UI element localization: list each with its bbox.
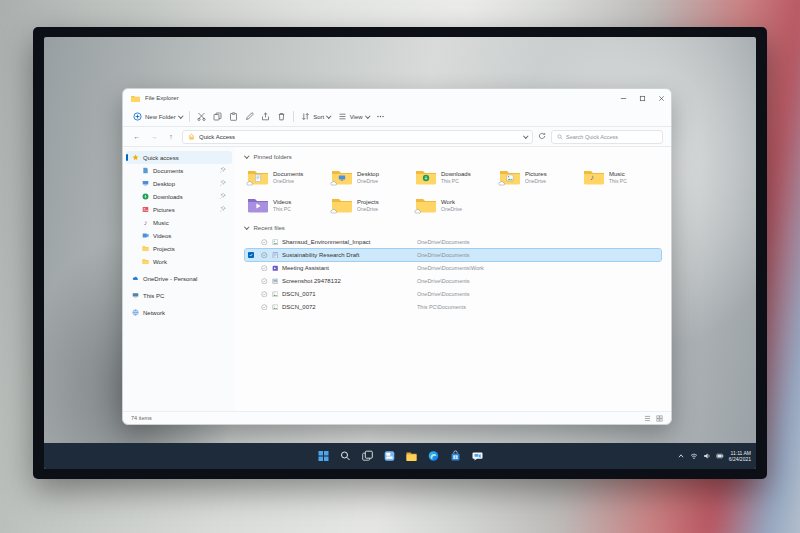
widgets-button[interactable] <box>383 450 396 463</box>
maximize-button[interactable] <box>633 89 652 107</box>
folder-tile-videos[interactable]: VideosThis PC <box>245 193 325 217</box>
document-icon <box>142 167 149 174</box>
recent-files-header[interactable]: Recent files <box>245 225 661 231</box>
search-input[interactable] <box>566 134 657 140</box>
folder-tile-pictures[interactable]: PicturesOneDrive <box>497 165 577 189</box>
taskbar-clock[interactable]: 11:11 AM 6/24/2021 <box>729 450 751 463</box>
pinned-folders-header[interactable]: Pinned folders <box>245 154 661 160</box>
file-row[interactable]: Screenshot 29478132 OneDrive\Documents <box>245 275 661 287</box>
volume-icon[interactable] <box>703 452 711 460</box>
folder-tile-documents[interactable]: DocumentsOneDrive <box>245 165 325 189</box>
home-icon <box>188 133 195 140</box>
section-label: Recent files <box>254 225 285 231</box>
file-row[interactable]: Shamsud_Environmental_Impact OneDrive\Do… <box>245 236 661 248</box>
sidebar-item-label: Downloads <box>153 194 183 200</box>
minimize-button[interactable] <box>614 89 633 107</box>
folder-tile-work[interactable]: WorkOneDrive <box>413 193 493 217</box>
sidebar-item-music[interactable]: ♪ Music <box>126 216 232 229</box>
sidebar-item-work[interactable]: Work <box>126 255 232 268</box>
sync-status-icon <box>261 265 268 272</box>
sidebar-item-videos[interactable]: Videos <box>126 229 232 242</box>
desktop-icon <box>142 180 149 187</box>
sort-icon <box>301 112 310 121</box>
folder-location: OneDrive <box>357 178 379 184</box>
folder-tile-desktop[interactable]: DesktopOneDrive <box>329 165 409 189</box>
paste-button[interactable] <box>229 112 238 121</box>
wifi-icon[interactable] <box>690 452 698 460</box>
folder-tile-projects[interactable]: ProjectsOneDrive <box>329 193 409 217</box>
breadcrumb-label: Quick Access <box>199 134 235 140</box>
folder-location: This PC <box>273 206 291 212</box>
view-label: View <box>350 114 363 120</box>
chevron-down-icon <box>244 154 249 159</box>
view-button[interactable]: View <box>338 112 369 121</box>
back-button[interactable]: ← <box>131 133 143 140</box>
new-folder-button[interactable]: New Folder <box>133 112 182 121</box>
folder-location: OneDrive <box>357 206 379 212</box>
search-button[interactable] <box>339 450 352 463</box>
folder-name: Videos <box>273 199 291 206</box>
file-row[interactable]: Meeting Assistant OneDrive\Documents\Wor… <box>245 262 661 274</box>
file-row[interactable]: DSCN_0071 OneDrive\Documents <box>245 288 661 300</box>
folder-tile-downloads[interactable]: DownloadsThis PC <box>413 165 493 189</box>
sidebar-item-label: Projects <box>153 246 175 252</box>
rename-button[interactable] <box>245 112 254 121</box>
music-overlay-icon: ♪ <box>590 174 598 182</box>
checkbox-checked-icon[interactable] <box>248 252 254 258</box>
folder-location: OneDrive <box>441 206 462 212</box>
search-icon <box>557 134 563 140</box>
folder-tile-music[interactable]: ♪ MusicThis PC <box>581 165 661 189</box>
sort-label: Sort <box>313 114 324 120</box>
refresh-button[interactable] <box>538 132 546 141</box>
up-button[interactable]: ↑ <box>165 133 177 140</box>
forward-button[interactable]: → <box>148 133 160 140</box>
more-options-button[interactable] <box>376 112 385 121</box>
delete-button[interactable] <box>277 112 286 121</box>
file-location: OneDrive\Documents <box>417 291 470 297</box>
sidebar-item-network[interactable]: Network <box>126 306 232 319</box>
sidebar-item-onedrive[interactable]: OneDrive - Personal <box>126 272 232 285</box>
file-name: Screenshot 29478132 <box>282 278 432 284</box>
title-bar[interactable]: File Explorer <box>123 89 671 107</box>
close-button[interactable] <box>652 89 671 107</box>
taskbar-center-icons <box>317 443 484 469</box>
sidebar-item-downloads[interactable]: Downloads <box>126 190 232 203</box>
task-view-button[interactable] <box>361 450 374 463</box>
share-button[interactable] <box>261 112 270 121</box>
desktop[interactable]: File Explorer New Folder <box>44 37 756 469</box>
file-name: DSCN_0071 <box>282 291 432 297</box>
sync-status-icon <box>261 239 268 246</box>
sidebar-item-pictures[interactable]: Pictures <box>126 203 232 216</box>
file-row[interactable]: DSCN_0072 This PC\Documents <box>245 301 661 313</box>
file-row-selected[interactable]: Sustainability Research Draft OneDrive\D… <box>245 249 661 261</box>
breadcrumb[interactable]: Quick Access <box>182 130 533 144</box>
details-view-icon[interactable] <box>644 415 651 422</box>
file-location: This PC\Documents <box>417 304 466 310</box>
file-type-icon <box>272 239 279 246</box>
search-box <box>551 130 663 144</box>
sort-button[interactable]: Sort <box>301 112 331 121</box>
star-icon <box>132 154 139 161</box>
large-icons-view-icon[interactable] <box>656 415 663 422</box>
sidebar-item-quick-access[interactable]: Quick access <box>126 151 232 164</box>
file-location: OneDrive\Documents <box>417 239 470 245</box>
section-label: Pinned folders <box>254 154 292 160</box>
copy-button[interactable] <box>213 112 222 121</box>
hidden-icons-chevron[interactable] <box>677 452 685 460</box>
sidebar-item-projects[interactable]: Projects <box>126 242 232 255</box>
sidebar-item-this-pc[interactable]: This PC <box>126 289 232 302</box>
chat-button[interactable] <box>471 450 484 463</box>
download-overlay-icon <box>422 174 430 182</box>
folder-icon <box>142 245 149 252</box>
file-name: Meeting Assistant <box>282 265 432 271</box>
onedrive-badge-icon <box>330 180 338 186</box>
store-button[interactable] <box>449 450 462 463</box>
file-explorer-button[interactable] <box>405 450 418 463</box>
sidebar-item-desktop[interactable]: Desktop <box>126 177 232 190</box>
cut-button[interactable] <box>197 112 206 121</box>
edge-button[interactable] <box>427 450 440 463</box>
file-explorer-window: File Explorer New Folder <box>122 88 672 425</box>
start-button[interactable] <box>317 450 330 463</box>
battery-icon[interactable] <box>716 452 724 460</box>
sidebar-item-documents[interactable]: Documents <box>126 164 232 177</box>
